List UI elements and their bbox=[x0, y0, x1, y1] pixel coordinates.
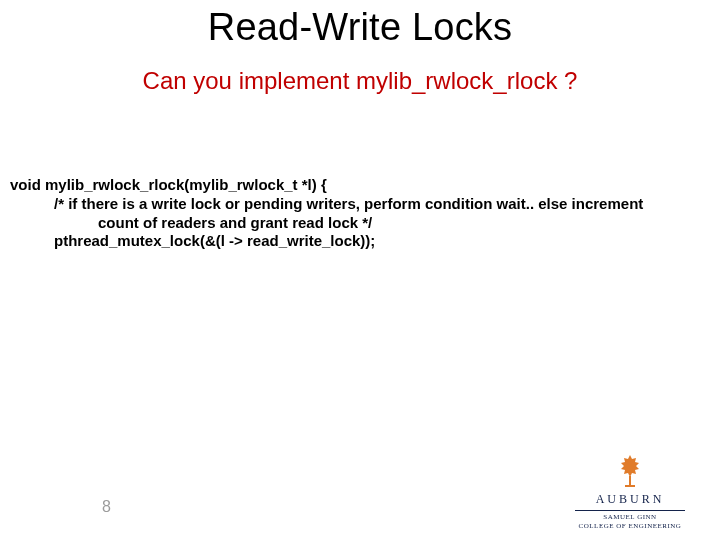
code-line-2: /* if there is a write lock or pending w… bbox=[54, 195, 710, 214]
auburn-logo: AUBURN SAMUEL GINN COLLEGE OF ENGINEERIN… bbox=[560, 454, 700, 530]
code-body: void mylib_rwlock_rlock(mylib_rwlock_t *… bbox=[10, 176, 710, 251]
logo-seal-icon bbox=[560, 454, 700, 488]
svg-rect-0 bbox=[629, 476, 631, 486]
logo-sub2: COLLEGE OF ENGINEERING bbox=[560, 522, 700, 530]
code-line-1: void mylib_rwlock_rlock(mylib_rwlock_t *… bbox=[10, 176, 710, 195]
code-line-3: count of readers and grant read lock */ bbox=[98, 214, 710, 233]
logo-rule bbox=[575, 510, 685, 511]
slide-title: Read-Write Locks bbox=[0, 6, 720, 49]
subtitle-prefix: Can you implement bbox=[143, 67, 356, 94]
slide-subtitle: Can you implement mylib_rwlock_rlock ? bbox=[0, 67, 720, 95]
slide: Read-Write Locks Can you implement mylib… bbox=[0, 6, 720, 540]
code-line-4: pthread_mutex_lock(&(l -> read_write_loc… bbox=[54, 232, 710, 251]
subtitle-suffix: ? bbox=[557, 67, 577, 94]
logo-sub1: SAMUEL GINN bbox=[560, 513, 700, 521]
subtitle-func: mylib_rwlock_rlock bbox=[356, 67, 557, 94]
page-number: 8 bbox=[102, 498, 111, 516]
svg-rect-1 bbox=[625, 485, 635, 487]
logo-name: AUBURN bbox=[560, 492, 700, 507]
